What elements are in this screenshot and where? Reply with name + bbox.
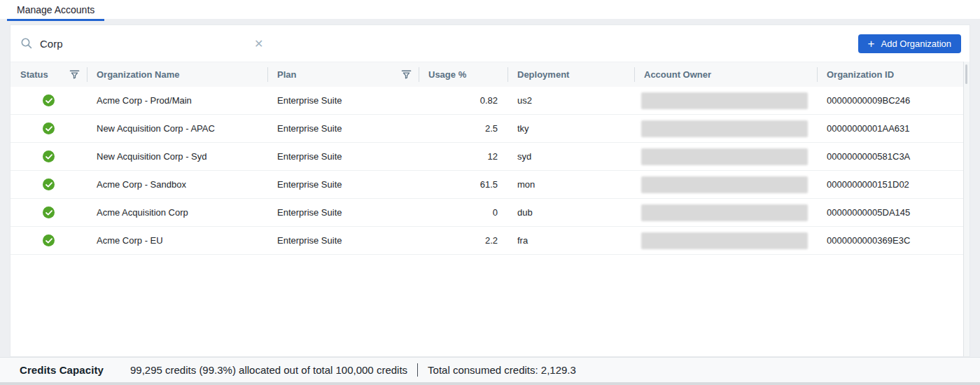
col-header-deployment[interactable]: Deployment bbox=[507, 62, 634, 87]
account-owner-redacted bbox=[641, 92, 808, 109]
org-name-cell: Acme Corp - EU bbox=[87, 227, 267, 254]
account-owner-cell bbox=[634, 143, 817, 170]
plan-cell: Enterprise Suite bbox=[267, 227, 419, 254]
org-id-cell: 00000000005DA145 bbox=[817, 199, 964, 226]
table-body: Acme Corp - Prod/Main Enterprise Suite 0… bbox=[10, 87, 969, 255]
table-row[interactable]: Acme Acquisition Corp Enterprise Suite 0… bbox=[10, 199, 969, 227]
status-cell bbox=[10, 143, 87, 170]
search-toolbar: ✕ + Add Organization bbox=[10, 25, 969, 62]
plus-icon: + bbox=[868, 38, 875, 50]
deployment-cell: syd bbox=[507, 143, 634, 170]
status-active-check-icon bbox=[43, 178, 55, 190]
accounts-panel: ✕ + Add Organization Status Organization… bbox=[10, 24, 970, 357]
status-active-check-icon bbox=[43, 122, 55, 134]
account-owner-redacted bbox=[641, 148, 808, 165]
search-icon bbox=[20, 37, 33, 50]
status-cell bbox=[10, 115, 87, 142]
account-owner-redacted bbox=[641, 232, 808, 249]
col-header-account-owner[interactable]: Account Owner bbox=[634, 62, 817, 87]
credits-allocation-text: 99,295 credits (99.3%) allocated out of … bbox=[130, 364, 407, 376]
usage-cell: 0.82 bbox=[419, 87, 507, 114]
col-header-organization-id[interactable]: Organization ID bbox=[817, 62, 964, 87]
account-owner-cell bbox=[634, 115, 817, 142]
org-id-cell: 00000000009BC246 bbox=[817, 87, 964, 114]
account-owner-redacted bbox=[641, 204, 808, 221]
status-active-check-icon bbox=[43, 94, 55, 106]
deployment-cell: dub bbox=[507, 199, 634, 226]
deployment-cell: fra bbox=[507, 227, 634, 254]
org-name-cell: New Acquisition Corp - APAC bbox=[87, 115, 267, 142]
search-input[interactable] bbox=[40, 38, 250, 50]
credits-footer: Credits Capacity 99,295 credits (99.3%) … bbox=[0, 357, 980, 382]
org-id-cell: 0000000000369E3C bbox=[817, 227, 964, 254]
org-name-cell: New Acquisition Corp - Syd bbox=[87, 143, 267, 170]
usage-cell: 0 bbox=[419, 199, 507, 226]
footer-divider bbox=[417, 363, 418, 377]
deployment-cell: tky bbox=[507, 115, 634, 142]
account-owner-cell bbox=[634, 171, 817, 198]
table-row[interactable]: New Acquisition Corp - Syd Enterprise Su… bbox=[10, 143, 969, 171]
plan-cell: Enterprise Suite bbox=[267, 115, 419, 142]
org-name-cell: Acme Corp - Sandbox bbox=[87, 171, 267, 198]
status-active-check-icon bbox=[43, 150, 55, 162]
plan-cell: Enterprise Suite bbox=[267, 143, 419, 170]
clear-search-icon[interactable]: ✕ bbox=[250, 37, 267, 50]
plan-cell: Enterprise Suite bbox=[267, 87, 419, 114]
add-organization-label: Add Organization bbox=[881, 38, 951, 49]
page-bottom-edge bbox=[0, 382, 980, 385]
org-name-cell: Acme Corp - Prod/Main bbox=[87, 87, 267, 114]
plan-filter-icon[interactable] bbox=[401, 69, 412, 80]
account-owner-cell bbox=[634, 227, 817, 254]
org-id-cell: 00000000001AA631 bbox=[817, 115, 964, 142]
account-owner-redacted bbox=[641, 176, 808, 193]
table-row[interactable]: Acme Corp - Prod/Main Enterprise Suite 0… bbox=[10, 87, 969, 115]
status-active-check-icon bbox=[43, 206, 55, 218]
col-header-account-owner-label: Account Owner bbox=[644, 69, 711, 80]
deployment-cell: us2 bbox=[507, 87, 634, 114]
deployment-cell: mon bbox=[507, 171, 634, 198]
add-organization-button[interactable]: + Add Organization bbox=[858, 34, 961, 53]
tab-bar bbox=[0, 0, 980, 19]
credits-capacity-label: Credits Capacity bbox=[20, 364, 104, 376]
tab-label: Manage Accounts bbox=[17, 4, 94, 15]
plan-cell: Enterprise Suite bbox=[267, 171, 419, 198]
status-cell bbox=[10, 227, 87, 254]
account-owner-cell bbox=[634, 87, 817, 114]
col-header-usage[interactable]: Usage % bbox=[419, 62, 507, 87]
status-cell bbox=[10, 199, 87, 226]
usage-cell: 2.2 bbox=[419, 227, 507, 254]
table-row[interactable]: Acme Corp - Sandbox Enterprise Suite 61.… bbox=[10, 171, 969, 199]
account-owner-redacted bbox=[641, 120, 808, 137]
col-header-deployment-label: Deployment bbox=[517, 69, 569, 80]
scrollbar-track[interactable] bbox=[963, 62, 969, 356]
col-header-status-label: Status bbox=[20, 69, 48, 80]
manage-accounts-page: Manage Accounts ✕ + Add Organization Sta… bbox=[0, 0, 980, 385]
col-header-plan[interactable]: Plan bbox=[267, 62, 419, 87]
org-name-cell: Acme Acquisition Corp bbox=[87, 199, 267, 226]
org-id-cell: 0000000000151D02 bbox=[817, 171, 964, 198]
account-owner-cell bbox=[634, 199, 817, 226]
org-id-cell: 0000000000581C3A bbox=[817, 143, 964, 170]
status-cell bbox=[10, 171, 87, 198]
usage-cell: 12 bbox=[419, 143, 507, 170]
col-header-organization-name[interactable]: Organization Name bbox=[87, 62, 267, 87]
status-active-check-icon bbox=[43, 234, 55, 246]
table-row[interactable]: Acme Corp - EU Enterprise Suite 2.2 fra … bbox=[10, 227, 969, 255]
scrollbar-thumb[interactable] bbox=[965, 64, 967, 84]
usage-cell: 61.5 bbox=[419, 171, 507, 198]
status-cell bbox=[10, 87, 87, 114]
col-header-usage-label: Usage % bbox=[428, 69, 466, 80]
usage-cell: 2.5 bbox=[419, 115, 507, 142]
tab-manage-accounts[interactable]: Manage Accounts bbox=[7, 0, 104, 21]
col-header-organization-name-label: Organization Name bbox=[97, 69, 179, 80]
col-header-organization-id-label: Organization ID bbox=[827, 69, 894, 80]
plan-cell: Enterprise Suite bbox=[267, 199, 419, 226]
table-row[interactable]: New Acquisition Corp - APAC Enterprise S… bbox=[10, 115, 969, 143]
credits-consumed-text: Total consumed credits: 2,129.3 bbox=[428, 364, 576, 376]
status-filter-icon[interactable] bbox=[69, 69, 80, 80]
col-header-status[interactable]: Status bbox=[10, 62, 87, 87]
col-header-plan-label: Plan bbox=[277, 69, 296, 80]
table-header-row: Status Organization Name Plan Usage % De… bbox=[10, 62, 969, 87]
